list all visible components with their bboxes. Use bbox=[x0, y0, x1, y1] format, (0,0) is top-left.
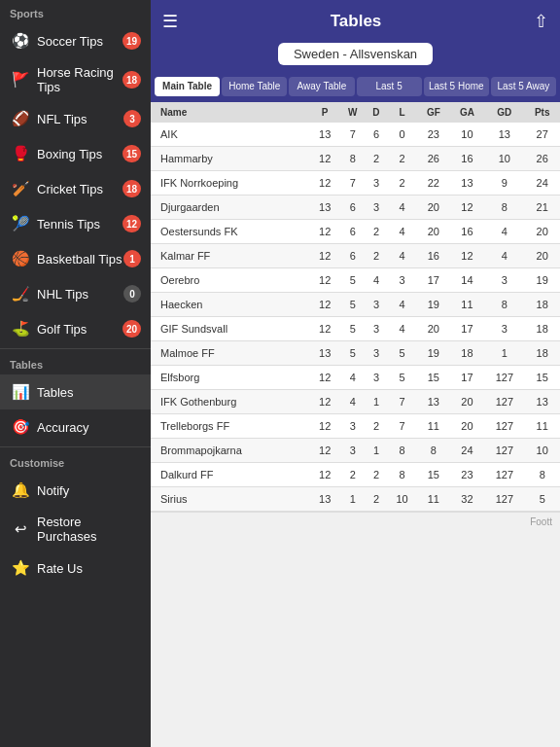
tennis-label: Tennis Tips bbox=[37, 217, 122, 231]
boxing-badge: 15 bbox=[122, 145, 141, 162]
stat-col-7: 127 bbox=[484, 366, 524, 390]
league-selector[interactable]: Sweden - Allsvenskan bbox=[278, 43, 433, 65]
tab-last5[interactable]: Last 5 bbox=[357, 77, 422, 96]
stat-col-5: 17 bbox=[417, 268, 450, 293]
stat-col-8: 18 bbox=[524, 317, 560, 341]
tab-home-table[interactable]: Home Table bbox=[222, 77, 287, 96]
soccer-label: Soccer Tips bbox=[37, 34, 122, 49]
stat-col-4: 3 bbox=[387, 268, 417, 293]
stat-col-2: 6 bbox=[340, 244, 366, 268]
notify-icon: 🔔 bbox=[10, 480, 31, 501]
stat-col-3: 2 bbox=[366, 220, 387, 244]
table-row: Brommapojkarna1231882412710 bbox=[151, 439, 560, 463]
stat-col-3: 3 bbox=[366, 317, 387, 341]
stat-col-4: 8 bbox=[387, 463, 417, 487]
stat-col-4: 7 bbox=[387, 414, 417, 439]
stat-col-8: 8 bbox=[524, 463, 560, 487]
main-content: ☰ Tables ⇧ Sweden - Allsvenskan Main Tab… bbox=[151, 0, 560, 747]
stat-col-4: 2 bbox=[387, 147, 417, 171]
stat-col-2: 3 bbox=[340, 414, 366, 439]
stat-col-1: 12 bbox=[310, 366, 340, 390]
stat-col-7: 13 bbox=[484, 123, 524, 147]
stat-col-6: 32 bbox=[450, 487, 485, 512]
standings-area[interactable]: NamePWDLGFGAGDPts AIK1376023101327Hammar… bbox=[151, 102, 560, 747]
stat-col-8: 27 bbox=[524, 123, 560, 147]
share-icon[interactable]: ⇧ bbox=[534, 11, 548, 32]
stat-col-4: 4 bbox=[387, 317, 417, 341]
table-row: Oestersunds FK126242016420 bbox=[151, 220, 560, 244]
accuracy-icon: 🎯 bbox=[10, 416, 31, 438]
sidebar-item-tennis[interactable]: 🎾 Tennis Tips 12 bbox=[0, 206, 151, 241]
stat-col-7: 4 bbox=[484, 244, 524, 268]
stat-col-4: 4 bbox=[387, 293, 417, 317]
stat-col-6: 23 bbox=[450, 463, 485, 487]
tab-away-table[interactable]: Away Table bbox=[289, 77, 354, 96]
stat-col-8: 26 bbox=[524, 147, 560, 171]
tables-icon: 📊 bbox=[10, 381, 31, 403]
stat-col-6: 11 bbox=[450, 293, 485, 317]
stat-col-2: 3 bbox=[340, 439, 366, 463]
stat-col-4: 5 bbox=[387, 341, 417, 366]
stat-col-2: 4 bbox=[340, 390, 366, 414]
golf-badge: 20 bbox=[122, 320, 141, 338]
sidebar-item-accuracy[interactable]: 🎯 Accuracy bbox=[0, 409, 151, 445]
stat-col-1: 13 bbox=[310, 196, 340, 220]
stat-col-6: 24 bbox=[450, 439, 485, 463]
stat-col-8: 15 bbox=[524, 366, 560, 390]
stat-col-5: 16 bbox=[417, 244, 450, 268]
stat-col-7: 1 bbox=[484, 341, 524, 366]
stat-col-1: 12 bbox=[310, 244, 340, 268]
team-name: Oestersunds FK bbox=[151, 220, 310, 244]
stat-col-5: 20 bbox=[417, 317, 450, 341]
golf-icon: ⛳ bbox=[10, 318, 31, 339]
stat-col-6: 13 bbox=[450, 171, 485, 196]
col-header-p: P bbox=[310, 102, 340, 123]
tennis-badge: 12 bbox=[122, 215, 141, 232]
stat-col-4: 7 bbox=[387, 390, 417, 414]
footer-text: Foott bbox=[530, 516, 552, 527]
stat-col-6: 12 bbox=[450, 196, 485, 220]
sidebar-item-boxing[interactable]: 🥊 Boxing Tips 15 bbox=[0, 136, 151, 171]
sidebar-item-nhl[interactable]: 🏒 NHL Tips 0 bbox=[0, 276, 151, 311]
tennis-icon: 🎾 bbox=[10, 213, 31, 234]
stat-col-4: 8 bbox=[387, 439, 417, 463]
stat-col-5: 26 bbox=[417, 147, 450, 171]
stat-col-5: 11 bbox=[417, 414, 450, 439]
stat-col-4: 2 bbox=[387, 171, 417, 196]
sidebar-item-golf[interactable]: ⛳ Golf Tips 20 bbox=[0, 311, 151, 346]
rate-label: Rate Us bbox=[37, 561, 141, 576]
sidebar-item-cricket[interactable]: 🏏 Cricket Tips 18 bbox=[0, 171, 151, 206]
sidebar-item-horse-racing[interactable]: 🚩 Horse Racing Tips 18 bbox=[0, 58, 151, 101]
sidebar-item-nfl[interactable]: 🏈 NFL Tips 3 bbox=[0, 101, 151, 136]
sidebar-item-basketball[interactable]: 🏀 Basketball Tips 1 bbox=[0, 241, 151, 276]
stat-col-6: 20 bbox=[450, 414, 485, 439]
stat-col-4: 4 bbox=[387, 220, 417, 244]
sidebar-item-soccer[interactable]: ⚽ Soccer Tips 19 bbox=[0, 23, 151, 58]
menu-icon[interactable]: ☰ bbox=[162, 11, 178, 32]
sidebar-item-tables[interactable]: 📊 Tables bbox=[0, 374, 151, 409]
col-header-ga: GA bbox=[450, 102, 485, 123]
page-title: Tables bbox=[331, 12, 382, 31]
table-row: Haecken125341911818 bbox=[151, 293, 560, 317]
stat-col-4: 10 bbox=[387, 487, 417, 512]
basketball-label: Basketball Tips bbox=[37, 252, 123, 267]
col-header-name: Name bbox=[151, 102, 310, 123]
divider-2 bbox=[0, 446, 151, 447]
nfl-label: NFL Tips bbox=[37, 112, 123, 126]
sidebar-item-rate[interactable]: ⭐ Rate Us bbox=[0, 551, 151, 586]
table-row: Kalmar FF126241612420 bbox=[151, 244, 560, 268]
sidebar-item-notify[interactable]: 🔔 Notify bbox=[0, 473, 151, 508]
sidebar-item-restore[interactable]: ↩ Restore Purchases bbox=[0, 508, 151, 551]
stat-col-3: 2 bbox=[366, 244, 387, 268]
divider-1 bbox=[0, 348, 151, 349]
stat-col-8: 18 bbox=[524, 293, 560, 317]
stat-col-7: 127 bbox=[484, 463, 524, 487]
stat-col-5: 19 bbox=[417, 341, 450, 366]
horse-racing-badge: 18 bbox=[122, 71, 141, 89]
tab-main-table[interactable]: Main Table bbox=[155, 77, 220, 96]
team-name: Oerebro bbox=[151, 268, 310, 293]
stat-col-7: 3 bbox=[484, 317, 524, 341]
stat-col-6: 16 bbox=[450, 147, 485, 171]
tab-last5-away[interactable]: Last 5 Away bbox=[491, 77, 556, 96]
tab-last5-home[interactable]: Last 5 Home bbox=[424, 77, 489, 96]
